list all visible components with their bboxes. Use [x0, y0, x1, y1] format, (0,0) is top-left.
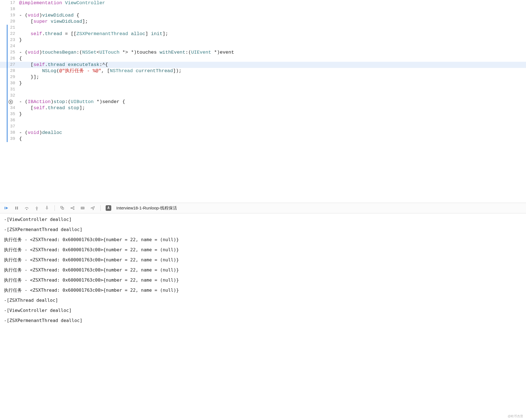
change-bar	[7, 136, 8, 142]
code-line[interactable]: 33- (IBAction)stop:(UIButton *)sender {	[0, 99, 526, 105]
code-content[interactable]: {	[19, 56, 526, 62]
change-bar	[7, 117, 8, 124]
svg-point-10	[73, 207, 74, 207]
line-number[interactable]: 37	[0, 124, 19, 130]
code-line[interactable]: 32	[0, 93, 526, 99]
code-content[interactable]: [super viewDidLoad];	[19, 19, 526, 25]
line-number[interactable]: 36	[0, 117, 19, 124]
code-line[interactable]: 21	[0, 25, 526, 31]
code-line[interactable]: 39{	[0, 136, 526, 142]
change-bar	[7, 130, 8, 136]
step-into-icon[interactable]	[34, 206, 39, 211]
view-debug-icon[interactable]	[60, 206, 65, 211]
line-number[interactable]: 21	[0, 25, 19, 31]
code-line[interactable]: 18	[0, 6, 526, 12]
console-line: 执行任务 - <ZSXThread: 0x600001763c00>{numbe…	[4, 245, 522, 255]
console-line: 执行任务 - <ZSXThread: 0x600001763c00>{numbe…	[4, 235, 522, 245]
code-content[interactable]: - (void)dealloc	[19, 130, 526, 136]
code-content[interactable]: [self.thread executeTask:^{	[19, 62, 526, 68]
code-content[interactable]: @implementation ViewController	[19, 0, 526, 6]
code-line[interactable]: 26{	[0, 56, 526, 62]
breakpoint-marker-icon[interactable]	[8, 100, 13, 104]
code-line[interactable]: 29 }];	[0, 74, 526, 80]
code-content[interactable]: [self.thread stop];	[19, 105, 526, 111]
code-content[interactable]: }	[19, 111, 526, 117]
change-bar	[7, 68, 8, 74]
line-number[interactable]: 24	[0, 43, 19, 49]
line-number[interactable]: 33	[0, 99, 19, 105]
code-line[interactable]: 23}	[0, 37, 526, 43]
line-number[interactable]: 27	[0, 62, 19, 68]
change-bar	[7, 49, 8, 56]
code-line[interactable]: 19- (void)viewDidLoad {	[0, 12, 526, 19]
change-bar	[7, 31, 8, 37]
code-content[interactable]: - (IBAction)stop:(UIButton *)sender {	[19, 99, 526, 105]
console-line: 执行任务 - <ZSXThread: 0x600001763c00>{numbe…	[4, 265, 522, 275]
toolbar-separator	[100, 205, 101, 211]
svg-marker-1	[6, 207, 8, 209]
line-number[interactable]: 31	[0, 86, 19, 93]
console-line: -[ZSXThread dealloc]	[4, 295, 522, 305]
code-line[interactable]: 22 self.thread = [[ZSXPermenantThread al…	[0, 31, 526, 37]
code-content[interactable]: {	[19, 136, 526, 142]
line-number[interactable]: 38	[0, 130, 19, 136]
line-number[interactable]: 19	[0, 12, 19, 19]
code-line[interactable]: 37	[0, 124, 526, 130]
code-line[interactable]: 20 [super viewDidLoad];	[0, 19, 526, 25]
svg-point-11	[73, 209, 74, 209]
code-line[interactable]: 17@implementation ViewController	[0, 0, 526, 6]
code-line[interactable]: 24	[0, 43, 526, 49]
pause-icon[interactable]	[14, 206, 19, 211]
memory-graph-icon[interactable]	[70, 206, 75, 211]
code-editor-pane[interactable]: 17@implementation ViewController1819- (v…	[0, 0, 526, 203]
code-content[interactable]: - (void)touchesBegan:(NSSet<UITouch *> *…	[19, 49, 526, 56]
code-line[interactable]: 34 [self.thread stop];	[0, 105, 526, 111]
debug-toolbar: A Interview18-1-Runloop-线程保活	[0, 203, 526, 213]
line-number[interactable]: 25	[0, 49, 19, 56]
line-number[interactable]: 26	[0, 56, 19, 62]
console-line: 执行任务 - <ZSXThread: 0x600001763c00>{numbe…	[4, 285, 522, 295]
code-content[interactable]: self.thread = [[ZSXPermenantThread alloc…	[19, 31, 526, 37]
code-content[interactable]: }	[19, 37, 526, 43]
step-over-icon[interactable]	[24, 206, 29, 211]
change-bar	[7, 74, 8, 80]
code-line[interactable]: 30}	[0, 80, 526, 86]
code-content[interactable]: }	[19, 80, 526, 86]
code-line[interactable]: 36	[0, 117, 526, 124]
line-number[interactable]: 28	[0, 68, 19, 74]
change-bar	[7, 86, 8, 93]
console-output-pane[interactable]: -[ViewController dealloc]-[ZSXPermenantT…	[0, 213, 526, 420]
line-number[interactable]: 22	[0, 31, 19, 37]
step-out-icon[interactable]	[44, 206, 49, 211]
toolbar-separator	[55, 205, 55, 211]
change-bar	[7, 37, 8, 43]
line-number[interactable]: 23	[0, 37, 19, 43]
line-number[interactable]: 35	[0, 111, 19, 117]
location-icon[interactable]	[90, 206, 95, 211]
svg-rect-0	[4, 207, 5, 209]
line-number[interactable]: 29	[0, 74, 19, 80]
line-number[interactable]: 39	[0, 136, 19, 142]
line-number[interactable]: 30	[0, 80, 19, 86]
line-number[interactable]: 32	[0, 93, 19, 99]
code-content[interactable]: NSLog(@"执行任务 - %@", [NSThread currentThr…	[19, 68, 526, 74]
code-line[interactable]: 35}	[0, 111, 526, 117]
line-number[interactable]: 20	[0, 19, 19, 25]
change-bar	[7, 62, 8, 68]
line-number[interactable]: 34	[0, 105, 19, 111]
code-line[interactable]: 27 [self.thread executeTask:^{	[0, 62, 526, 68]
code-line[interactable]: 38- (void)dealloc	[0, 130, 526, 136]
continue-icon[interactable]	[4, 206, 9, 211]
code-line[interactable]: 28 NSLog(@"执行任务 - %@", [NSThread current…	[0, 68, 526, 74]
code-line[interactable]: 31	[0, 86, 526, 93]
svg-point-4	[26, 209, 27, 209]
code-line[interactable]: 25- (void)touchesBegan:(NSSet<UITouch *>…	[0, 49, 526, 56]
line-number[interactable]: 18	[0, 6, 19, 12]
console-line: 执行任务 - <ZSXThread: 0x600001763c00>{numbe…	[4, 275, 522, 285]
code-content[interactable]: }];	[19, 74, 526, 80]
code-content[interactable]: - (void)viewDidLoad {	[19, 12, 526, 19]
line-number[interactable]: 17	[0, 0, 19, 6]
environment-icon[interactable]	[80, 206, 85, 211]
svg-rect-12	[81, 207, 84, 208]
console-line: -[ViewController dealloc]	[4, 305, 522, 316]
